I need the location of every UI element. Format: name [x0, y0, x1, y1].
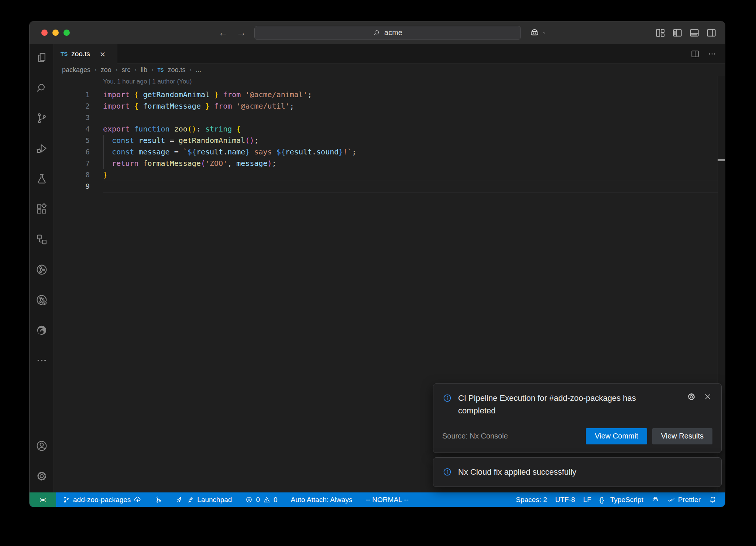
activity-item-run-and-debug[interactable] — [35, 142, 48, 155]
status-formatter-label: Prettier — [678, 496, 701, 504]
activity-bar — [30, 44, 54, 492]
braces-icon: {} — [599, 496, 607, 504]
code-line-1[interactable]: 1import { getRandomAnimal } from '@acme/… — [54, 89, 725, 100]
activity-item-source-control[interactable] — [35, 112, 48, 124]
line-number: 3 — [54, 112, 103, 123]
navigate-back-button[interactable]: ← — [218, 28, 228, 38]
toggle-panel-bottom-button[interactable] — [689, 27, 700, 38]
line-number: 4 — [54, 123, 103, 135]
toggle-panel-right-button[interactable] — [706, 27, 717, 38]
more-actions-button[interactable] — [707, 49, 717, 59]
tab-zoo-ts[interactable]: TS zoo.ts ✕ — [54, 44, 117, 63]
code-line-5[interactable]: 5 const result = getRandomAnimal(); — [54, 135, 725, 146]
status-git-branch[interactable]: add-zoo-packages — [58, 492, 145, 507]
minimize-window-button[interactable] — [52, 30, 59, 36]
customize-layout-icon — [655, 27, 666, 38]
view-results-button[interactable]: View Results — [652, 428, 712, 444]
notification-message: CI Pipeline Execution for #add-zoo-packa… — [458, 392, 672, 417]
toggle-panel-left-icon — [672, 27, 683, 38]
notification-source: Source: Nx Console — [442, 432, 508, 440]
status-notifications-bell[interactable] — [705, 492, 721, 507]
activity-item-testing[interactable] — [35, 173, 48, 185]
breadcrumb-segment[interactable]: lib — [141, 66, 147, 74]
status-language[interactable]: {}TypeScript — [595, 492, 647, 507]
notification-toast: Nx Cloud fix applied successfully — [433, 457, 722, 487]
extensions-icon — [35, 203, 48, 215]
status-indentation[interactable]: Spaces: 2 — [512, 492, 551, 507]
code-line-4[interactable]: 4export function zoo(): string { — [54, 123, 725, 135]
activity-item-additional-views[interactable] — [35, 354, 48, 367]
status-eol-label: LF — [583, 496, 591, 504]
split-editor-button[interactable] — [690, 49, 700, 59]
status-encoding-label: UTF-8 — [555, 496, 575, 504]
search-icon — [35, 82, 48, 94]
status-auto-attach[interactable]: Auto Attach: Always — [287, 492, 357, 507]
status-encoding[interactable]: UTF-8 — [551, 492, 579, 507]
activity-item-project-structure[interactable] — [35, 233, 48, 246]
close-window-button[interactable] — [41, 30, 48, 36]
status-eol[interactable]: LF — [579, 492, 595, 507]
code-line-9[interactable]: 9 — [54, 181, 725, 192]
breadcrumb-segment[interactable]: packages — [62, 66, 90, 74]
project-structure-icon — [35, 233, 48, 246]
notification-close-button[interactable] — [703, 392, 712, 402]
command-center-search[interactable]: acme — [254, 26, 521, 40]
activity-item-explorer[interactable] — [35, 51, 48, 64]
toggle-panel-left-button[interactable] — [672, 27, 683, 38]
status-copilot[interactable] — [647, 492, 663, 507]
activity-item-extensions[interactable] — [35, 203, 48, 215]
customize-layout-button[interactable] — [655, 27, 666, 38]
status-vim-mode-label: -- NORMAL -- — [365, 496, 408, 504]
status-source-control-graph[interactable] — [151, 492, 166, 507]
view-commit-button[interactable]: View Commit — [586, 428, 647, 444]
code-line-8[interactable]: 8} — [54, 169, 725, 181]
remote-indicator[interactable]: >< — [30, 492, 56, 507]
notification-settings-button[interactable] — [687, 392, 696, 402]
activity-item-nx-cloud[interactable] — [35, 294, 48, 306]
navigate-forward-button[interactable]: → — [236, 28, 246, 38]
breadcrumb-suffix[interactable]: ... — [196, 66, 201, 74]
code-line-2[interactable]: 2import { formatMessage } from '@acme/ut… — [54, 100, 725, 112]
code-line-6[interactable]: 6 const message = `${result.name} says $… — [54, 146, 725, 158]
activity-item-settings[interactable] — [35, 470, 48, 482]
breadcrumb-segment[interactable]: zoo — [101, 66, 111, 74]
copilot-menu-button[interactable] — [529, 27, 547, 38]
activity-item-accounts[interactable] — [35, 440, 48, 452]
breadcrumb-segment[interactable]: src — [121, 66, 130, 74]
breadcrumb: packages›zoo›src›lib›TSzoo.ts›... — [54, 64, 725, 76]
zoom-window-button[interactable] — [63, 30, 70, 36]
line-number: 8 — [54, 169, 103, 181]
line-number: 6 — [54, 146, 103, 158]
titlebar: ← → acme — [30, 21, 725, 44]
status-bar: >< add-zoo-packagesLaunchpad00Auto Attac… — [30, 492, 725, 507]
toggle-panel-right-icon — [706, 27, 717, 38]
code-line-content: return formatMessage('ZOO', message); — [103, 158, 276, 169]
bell-dot-icon — [709, 496, 717, 504]
code-line-7[interactable]: 7 return formatMessage('ZOO', message); — [54, 158, 725, 169]
status-launchpad[interactable]: Launchpad — [172, 492, 236, 507]
breadcrumb-file[interactable]: zoo.ts — [168, 66, 185, 74]
close-tab-icon[interactable]: ✕ — [100, 50, 107, 58]
activity-item-edge-tools[interactable] — [35, 324, 48, 337]
code-line-content: const message = `${result.name} says ${r… — [103, 146, 356, 158]
code-line-3[interactable]: 3 — [54, 112, 725, 123]
remote-icon: >< — [40, 496, 44, 504]
line-number: 7 — [54, 158, 103, 169]
layout-controls — [655, 27, 725, 38]
vscode-window: ← → acme TS zoo.ts ✕ — [29, 21, 725, 507]
status-problems[interactable]: 00 — [241, 492, 281, 507]
activity-item-nx-console[interactable] — [35, 263, 48, 276]
breadcrumb-separator: › — [151, 66, 154, 74]
accounts-icon — [35, 440, 48, 452]
status-formatter[interactable]: Prettier — [663, 492, 705, 507]
status-vim-mode[interactable]: -- NORMAL -- — [361, 492, 412, 507]
tab-label: zoo.ts — [71, 50, 90, 58]
rocket-icon — [176, 496, 183, 504]
info-icon — [442, 393, 452, 403]
status-launchpad-label: Launchpad — [197, 496, 232, 504]
typescript-file-icon: TS — [61, 51, 68, 57]
source-control-graph-icon — [155, 496, 162, 504]
plug-icon — [186, 496, 194, 504]
activity-item-search[interactable] — [35, 82, 48, 94]
code-line-content: const result = getRandomAnimal(); — [103, 135, 259, 146]
